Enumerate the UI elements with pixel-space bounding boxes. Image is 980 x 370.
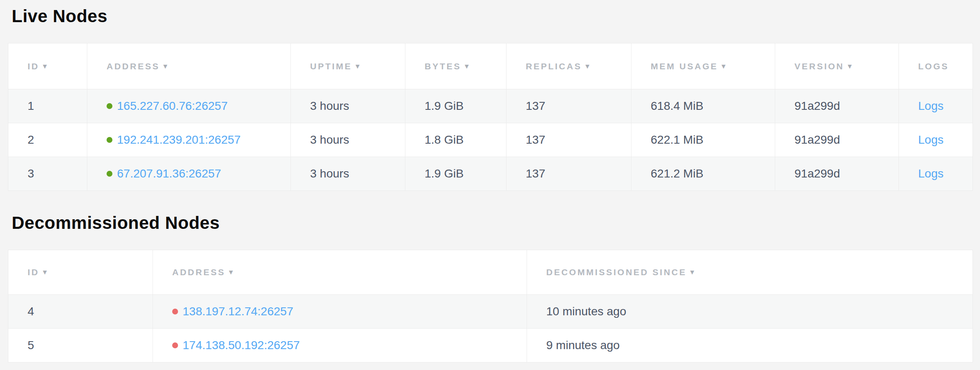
live-node-row: 3 67.207.91.36:26257 3 hours 1.9 GiB 137… (8, 157, 973, 191)
logs-link[interactable]: Logs (918, 133, 944, 146)
sort-arrow-icon: ▾ (43, 62, 47, 71)
col-header-id[interactable]: ID▾ (8, 43, 87, 89)
col-header-label: DECOMMISSIONED SINCE (546, 267, 687, 277)
col-header-label: ID (28, 267, 39, 277)
decommissioned-nodes-header-row: ID▾ ADDRESS▾ DECOMMISSIONED SINCE▾ (8, 250, 973, 295)
col-header-decommissioned-since[interactable]: DECOMMISSIONED SINCE▾ (527, 250, 973, 295)
node-live-status-icon (107, 137, 112, 143)
node-replicas-cell: 137 (507, 89, 631, 123)
node-logs-cell: Logs (899, 123, 973, 157)
col-header-label: BYTES (425, 61, 461, 71)
live-nodes-header-row: ID▾ ADDRESS▾ UPTIME▾ BYTES▾ REPLICAS▾ ME… (8, 43, 973, 89)
node-mem-usage-cell: 622.1 MiB (631, 123, 775, 157)
col-header-label: VERSION (794, 61, 844, 71)
node-address-link[interactable]: 138.197.12.74:26257 (183, 305, 293, 318)
node-live-status-icon (107, 103, 112, 109)
col-header-version[interactable]: VERSION▾ (775, 43, 899, 89)
node-live-status-icon (107, 171, 112, 177)
col-header-mem-usage[interactable]: MEM USAGE▾ (631, 43, 775, 89)
sort-arrow-icon: ▾ (690, 268, 694, 276)
sort-arrow-icon: ▾ (465, 62, 469, 71)
node-version-cell: 91a299d (775, 89, 899, 123)
node-address-link[interactable]: 192.241.239.201:26257 (117, 133, 241, 146)
live-node-row: 1 165.227.60.76:26257 3 hours 1.9 GiB 13… (8, 89, 973, 123)
node-bytes-cell: 1.9 GiB (405, 89, 507, 123)
col-header-label: ADDRESS (172, 267, 225, 277)
logs-link[interactable]: Logs (918, 99, 944, 112)
col-header-address[interactable]: ADDRESS▾ (153, 250, 527, 295)
node-mem-usage-cell: 618.4 MiB (631, 89, 775, 123)
node-mem-usage-cell: 621.2 MiB (631, 157, 775, 191)
node-decommissioned-since-cell: 10 minutes ago (527, 295, 973, 329)
sort-arrow-icon: ▾ (848, 62, 852, 71)
decommissioned-node-row: 4 138.197.12.74:26257 10 minutes ago (8, 295, 973, 329)
col-header-bytes[interactable]: BYTES▾ (405, 43, 507, 89)
node-id-cell: 5 (8, 329, 153, 362)
decommissioned-nodes-table: ID▾ ADDRESS▾ DECOMMISSIONED SINCE▾ 4 138… (8, 250, 973, 362)
decommissioned-node-row: 5 174.138.50.192:26257 9 minutes ago (8, 329, 973, 362)
node-address-cell: 165.227.60.76:26257 (87, 89, 291, 123)
node-address-link[interactable]: 165.227.60.76:26257 (117, 99, 228, 112)
node-decommissioned-status-icon (172, 342, 178, 348)
sort-arrow-icon: ▾ (722, 62, 725, 71)
sort-arrow-icon: ▾ (163, 62, 167, 71)
col-header-logs: LOGS (899, 43, 973, 89)
sort-arrow-icon: ▾ (229, 268, 233, 276)
col-header-label: REPLICAS (526, 61, 582, 71)
node-address-cell: 174.138.50.192:26257 (153, 329, 527, 362)
node-bytes-cell: 1.9 GiB (405, 157, 507, 191)
node-id-cell: 2 (8, 123, 87, 157)
live-nodes-table: ID▾ ADDRESS▾ UPTIME▾ BYTES▾ REPLICAS▾ ME… (8, 43, 973, 191)
sort-arrow-icon: ▾ (585, 62, 589, 71)
node-id-cell: 4 (8, 295, 153, 329)
live-nodes-heading: Live Nodes (12, 8, 972, 25)
col-header-label: UPTIME (310, 61, 352, 71)
node-address-link[interactable]: 174.138.50.192:26257 (183, 339, 300, 352)
col-header-address[interactable]: ADDRESS▾ (87, 43, 291, 89)
live-node-row: 2 192.241.239.201:26257 3 hours 1.8 GiB … (8, 123, 973, 157)
node-version-cell: 91a299d (775, 157, 899, 191)
col-header-label: LOGS (918, 61, 949, 71)
node-replicas-cell: 137 (507, 157, 631, 191)
node-address-cell: 192.241.239.201:26257 (87, 123, 291, 157)
cluster-nodes-page: Live Nodes ID▾ ADDRESS▾ UPTIME▾ BYTES▾ R… (0, 0, 980, 362)
node-decommissioned-status-icon (172, 309, 178, 314)
decommissioned-nodes-heading: Decommissioned Nodes (12, 214, 972, 232)
node-uptime-cell: 3 hours (291, 89, 405, 123)
node-address-cell: 138.197.12.74:26257 (153, 295, 527, 329)
node-decommissioned-since-cell: 9 minutes ago (527, 329, 973, 362)
node-uptime-cell: 3 hours (291, 157, 405, 191)
node-logs-cell: Logs (899, 157, 973, 191)
sort-arrow-icon: ▾ (43, 268, 47, 276)
col-header-label: ADDRESS (107, 61, 160, 71)
node-replicas-cell: 137 (507, 123, 631, 157)
col-header-id[interactable]: ID▾ (8, 250, 153, 295)
node-id-cell: 3 (8, 157, 87, 191)
sort-arrow-icon: ▾ (356, 62, 359, 71)
col-header-uptime[interactable]: UPTIME▾ (291, 43, 405, 89)
node-address-link[interactable]: 67.207.91.36:26257 (117, 167, 221, 180)
node-uptime-cell: 3 hours (291, 123, 405, 157)
col-header-label: MEM USAGE (651, 61, 718, 71)
col-header-label: ID (28, 61, 39, 71)
node-bytes-cell: 1.8 GiB (405, 123, 507, 157)
col-header-replicas[interactable]: REPLICAS▾ (507, 43, 631, 89)
node-address-cell: 67.207.91.36:26257 (87, 157, 291, 191)
node-id-cell: 1 (8, 89, 87, 123)
node-version-cell: 91a299d (775, 123, 899, 157)
logs-link[interactable]: Logs (918, 167, 944, 180)
node-logs-cell: Logs (899, 89, 973, 123)
